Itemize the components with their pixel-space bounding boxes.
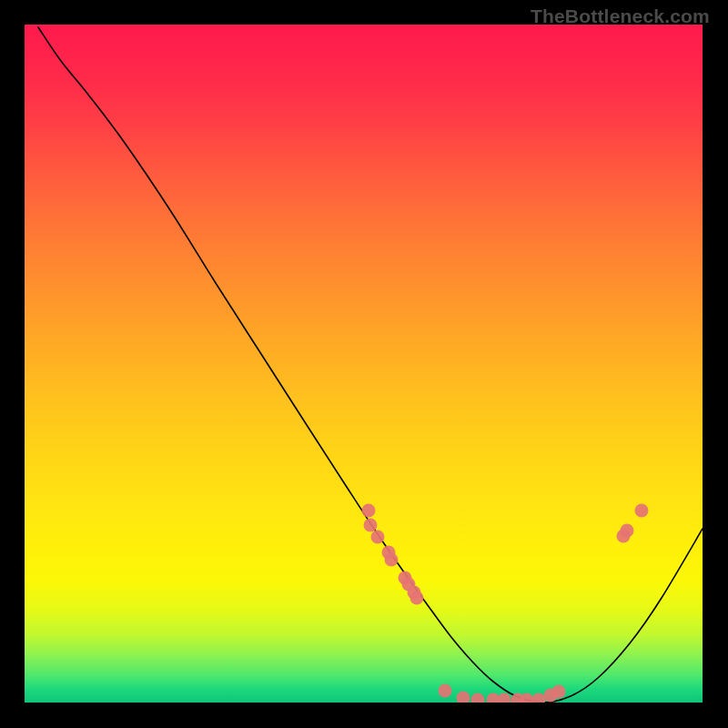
scatter-dots — [362, 504, 649, 703]
scatter-dot — [362, 504, 376, 518]
scatter-dot — [371, 531, 385, 544]
bottleneck-curve — [38, 27, 703, 703]
scatter-dot — [410, 592, 424, 605]
scatter-dot — [498, 693, 511, 703]
scatter-dot — [457, 692, 470, 703]
scatter-dot — [364, 519, 378, 532]
scatter-dot — [521, 693, 534, 703]
scatter-dot — [385, 553, 399, 567]
plot-overlay — [25, 25, 703, 703]
scatter-dot — [532, 693, 546, 703]
scatter-dot — [635, 504, 649, 518]
scatter-dot — [552, 685, 566, 699]
scatter-dot — [621, 524, 634, 538]
scatter-dot — [471, 693, 485, 703]
plot-frame — [25, 25, 703, 703]
scatter-dot — [439, 684, 452, 698]
